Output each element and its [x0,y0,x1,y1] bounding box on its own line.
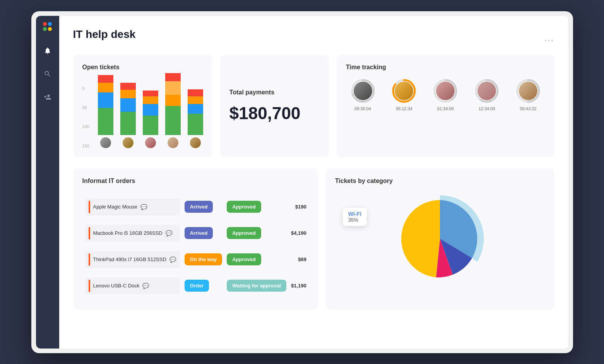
main-content: IT help desk ··· Open tickets 150 100 50… [59,16,568,349]
sidebar-item-search[interactable] [41,67,55,81]
order-name-cell-4: Lenovo USB-C Dock 💬 [82,274,182,297]
time-tracking-grid: 09:35:04 05:12:34 [346,79,545,111]
status-waiting-4[interactable]: Watting for approval [227,280,286,292]
tracker-avatar-5 [519,82,537,100]
order-name-2: Macbook Pro i5 16GB 256SSD [93,230,163,236]
status-approved-2[interactable]: Approved [227,227,261,239]
tracker-item-2: 05:12:34 [392,79,416,111]
bar-avatar-1 [100,137,111,148]
tracker-item-1: 09:35:04 [351,79,375,111]
bar-avatar-3 [145,137,156,148]
chat-icon-3[interactable]: 💬 [169,256,176,263]
pie-tooltip-pct: 35% [348,217,361,223]
order-row-1: Apple Magic Mouse 💬 Arrived Approved [82,195,309,219]
orders-table: Apple Magic Mouse 💬 Arrived Approved [82,192,309,301]
sidebar [36,16,59,349]
bottom-row: Informat IT orders Apple Magic Mouse 💬 [73,168,554,310]
order-row-4: Lenovo USB-C Dock 💬 Order Watting for ap… [82,274,309,297]
pie-segment-hardware[interactable] [401,200,440,277]
tracker-ring-5 [516,79,541,103]
logo-dot-red [43,22,47,26]
pie-container: Wi-Fi 35% [335,192,545,285]
chat-icon-1[interactable]: 💬 [140,204,147,210]
bar-stack-2 [120,73,136,135]
bar-avatar-2 [123,137,133,148]
tracker-time-2: 05:12:34 [396,106,412,111]
bar-group-1 [98,73,113,148]
open-tickets-chart: 150 100 50 0 [82,79,203,148]
chat-icon-4[interactable]: 💬 [142,283,149,289]
logo-dot-yellow [48,27,52,31]
logo[interactable] [43,22,52,31]
bar-group-3 [143,73,158,148]
it-orders-title: Informat IT orders [82,178,309,185]
open-tickets-widget: Open tickets 150 100 50 0 [73,55,212,157]
status-approved-1[interactable]: Approved [227,201,261,213]
order-name-bg-4: Lenovo USB-C Dock 💬 [85,277,180,294]
tracker-avatar-4 [477,82,496,100]
time-tracking-widget: Time tracking 09:35:04 [337,55,554,157]
bar-stack-5 [188,73,203,135]
device-wrapper: IT help desk ··· Open tickets 150 100 50… [31,11,573,353]
order-bar-1 [89,201,90,213]
chat-icon-2[interactable]: 💬 [166,230,172,236]
status-arrived-1[interactable]: Arrived [185,201,213,213]
tracker-ring-3 [433,79,458,103]
total-payments-widget: Total payments $180,700 [220,55,329,157]
pie-tooltip: Wi-Fi 35% [343,208,367,226]
chart-y-axis: 150 100 50 0 [82,86,89,148]
tracker-time-1: 09:35:04 [354,106,371,111]
order-name-1: Apple Magic Mouse [93,204,137,210]
total-payments-title: Total payments [229,89,320,96]
order-name-cell-2: Macbook Pro i5 16GB 256SSD 💬 [82,222,182,245]
order-name-4: Lenovo USB-C Dock [93,283,140,289]
it-orders-widget: Informat IT orders Apple Magic Mouse 💬 [73,168,318,310]
open-tickets-title: Open tickets [82,64,203,71]
order-name-cell-3: ThinkPad 490s i7 16GB 512SSD 💬 [82,248,182,271]
app-container: IT help desk ··· Open tickets 150 100 50… [36,16,568,349]
page-title: IT help desk [73,28,136,41]
status-arrived-2[interactable]: Arrived [185,227,213,239]
tickets-by-category-title: Tickets by category [335,178,545,185]
order-name-bg-2: Macbook Pro i5 16GB 256SSD 💬 [85,225,180,242]
tracker-avatar-1 [354,82,372,100]
logo-dot-green [43,27,47,31]
bar-avatar-5 [190,137,201,148]
tracker-avatar-3 [436,82,455,100]
pie-tooltip-label: Wi-Fi [348,211,361,217]
order-price-3: $69 [289,248,309,271]
bar-avatar-4 [168,137,178,148]
order-price-4: $1,190 [289,274,309,297]
tracker-time-5: 06:43:32 [520,106,537,111]
tickets-by-category-widget: Tickets by category Wi-Fi 35% [326,168,554,310]
logo-dot-blue [48,22,52,26]
order-bar-2 [89,227,90,239]
order-bar-4 [89,280,90,292]
time-tracking-title: Time tracking [346,64,545,71]
order-row-3: ThinkPad 490s i7 16GB 512SSD 💬 On the wa… [82,248,309,271]
tracker-ring-1 [351,79,375,103]
order-price-2: $4,190 [289,222,309,245]
order-name-cell-1: Apple Magic Mouse 💬 [82,195,182,219]
tracker-item-4: 12:34:09 [474,79,499,111]
bar-stack-4 [165,73,181,135]
sidebar-item-add-user[interactable] [41,90,55,104]
more-options-button[interactable]: ··· [544,34,554,45]
bar-group-5 [188,73,203,148]
tracker-ring-4 [474,79,499,103]
header-row: IT help desk ··· [73,28,554,51]
status-onway-3[interactable]: On the way [185,253,222,265]
order-name-bg-1: Apple Magic Mouse 💬 [85,198,180,215]
status-order-4[interactable]: Order [185,280,209,292]
pie-chart-svg [390,192,490,285]
bar-stack-1 [98,73,113,135]
tracker-item-5: 06:43:32 [516,79,541,111]
sidebar-item-notifications[interactable] [41,44,55,58]
top-widgets-row: Open tickets 150 100 50 0 [73,55,554,157]
bar-stack-3 [143,73,158,135]
bar-group-2 [120,73,136,148]
status-approved-3[interactable]: Approved [227,253,261,265]
tracker-ring-2 [392,79,416,103]
order-name-bg-3: ThinkPad 490s i7 16GB 512SSD 💬 [85,251,180,268]
tracker-time-4: 12:34:09 [479,106,495,111]
